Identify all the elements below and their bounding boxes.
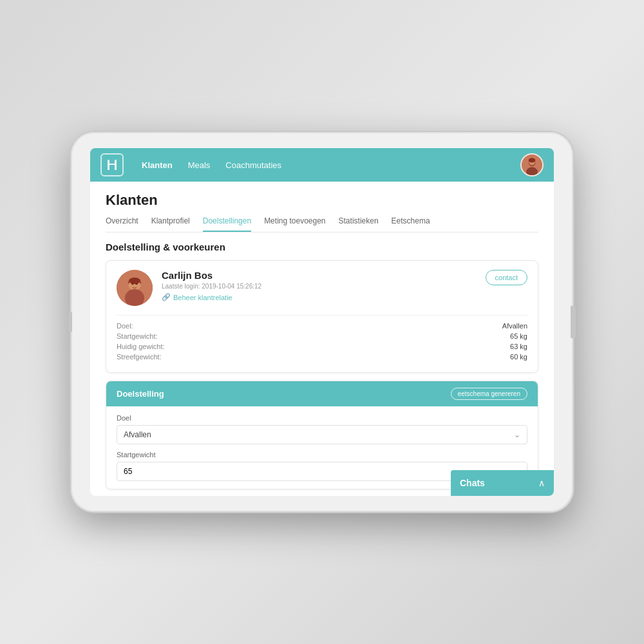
svg-rect-2 — [108, 164, 117, 165]
chats-label: Chats — [460, 478, 485, 488]
chats-bar[interactable]: Chats ∧ — [451, 470, 554, 496]
app-logo — [100, 153, 124, 176]
svg-point-15 — [129, 278, 140, 284]
stat-row-huidig: Huidig gewicht: 63 kg — [117, 343, 527, 350]
client-name: Carlijn Bos — [162, 270, 477, 281]
tab-meting-toevoegen[interactable]: Meting toevoegen — [264, 216, 325, 232]
client-card: Carlijn Bos Laatste login: 2019-10-04 15… — [106, 260, 538, 373]
client-relation-link[interactable]: 🔗 Beheer klantrelatie — [162, 293, 477, 301]
tabs-bar: Overzicht Klantprofiel Doelstellingen Me… — [106, 216, 538, 232]
nav-link-coachmutaties[interactable]: Coachmutaties — [225, 160, 281, 170]
navigation-bar: Klanten Meals Coachmutaties — [90, 148, 554, 182]
client-card-header: Carlijn Bos Laatste login: 2019-10-04 15… — [117, 270, 527, 306]
eetschema-genereren-button[interactable]: eetschema genereren — [451, 388, 527, 400]
doelstelling-header: Doelstelling eetschema genereren — [106, 381, 538, 406]
tablet-screen: Klanten Meals Coachmutaties Klanten Over… — [90, 148, 554, 496]
page-title: Klanten — [106, 192, 538, 209]
doelstelling-title: Doelstelling — [117, 389, 164, 399]
tablet-power-button — [571, 306, 576, 338]
dropdown-arrow-icon: ⌄ — [514, 430, 520, 439]
tab-statistieken[interactable]: Statistieken — [339, 216, 379, 232]
stat-value-streef: 60 kg — [510, 353, 527, 361]
stat-value-startgewicht: 65 kg — [510, 332, 527, 340]
main-content: Klanten Overzicht Klantprofiel Doelstell… — [90, 182, 554, 496]
client-info: Carlijn Bos Laatste login: 2019-10-04 15… — [162, 270, 477, 301]
tablet-reflection: Startgewicht 65 Chats ∨ — [90, 518, 554, 583]
contact-button[interactable]: contact — [486, 270, 527, 285]
stat-label-startgewicht: Startgewicht: — [117, 332, 158, 340]
tab-eetschema[interactable]: Eetschema — [392, 216, 430, 232]
nav-links: Klanten Meals Coachmutaties — [142, 160, 520, 170]
tablet-side-button — [68, 312, 72, 332]
chats-chevron-icon: ∧ — [538, 478, 545, 488]
doel-field-label: Doel — [117, 414, 527, 422]
stat-label-doel: Doel: — [117, 322, 133, 330]
tab-klantprofiel[interactable]: Klantprofiel — [151, 216, 190, 232]
tab-doelstellingen[interactable]: Doelstellingen — [203, 216, 251, 232]
svg-point-7 — [529, 158, 536, 162]
tab-overzicht[interactable]: Overzicht — [106, 216, 138, 232]
user-avatar[interactable] — [520, 153, 544, 176]
stat-label-streef: Streefgewicht: — [117, 353, 162, 361]
doel-dropdown-value: Afvallen — [124, 430, 151, 439]
tablet-frame: Klanten Meals Coachmutaties Klanten Over… — [71, 132, 573, 512]
stat-label-huidig: Huidig gewicht: — [117, 343, 165, 350]
link-icon: 🔗 — [162, 293, 171, 301]
stat-value-huidig: 63 kg — [510, 343, 527, 350]
svg-point-5 — [526, 167, 538, 176]
section-title: Doelstelling & voorkeuren — [106, 242, 538, 252]
stat-row-doel: Doel: Afvallen — [117, 322, 527, 330]
stat-row-startgewicht: Startgewicht: 65 kg — [117, 332, 527, 340]
nav-link-meals[interactable]: Meals — [188, 160, 211, 170]
client-avatar — [117, 270, 153, 306]
stat-row-streef: Streefgewicht: 60 kg — [117, 353, 527, 361]
client-last-login: Laatste login: 2019-10-04 15:26:12 — [162, 283, 477, 290]
nav-link-klanten[interactable]: Klanten — [142, 160, 173, 170]
stat-value-doel: Afvallen — [502, 322, 527, 330]
doel-dropdown[interactable]: Afvallen ⌄ — [117, 425, 527, 444]
startgewicht-field-label: Startgewicht — [117, 451, 527, 459]
client-stats: Doel: Afvallen Startgewicht: 65 kg Huidi… — [117, 315, 527, 361]
